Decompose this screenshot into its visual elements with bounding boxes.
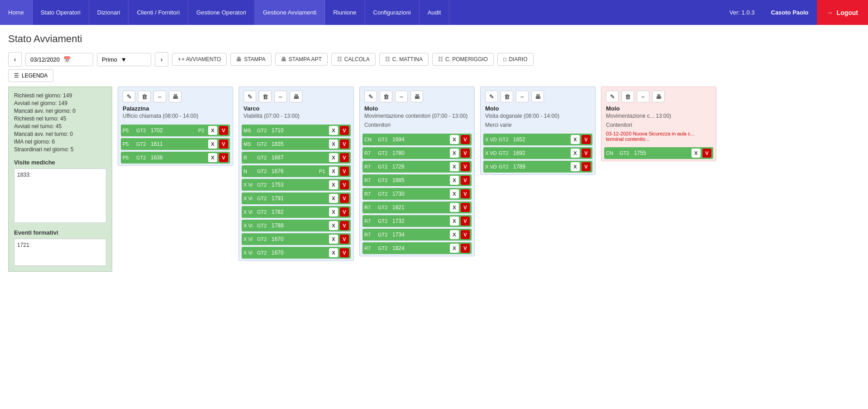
delete-button[interactable]: 🗑 (259, 91, 272, 102)
edit-button[interactable]: ✎ (485, 91, 498, 102)
edit-button[interactable]: ✎ (364, 91, 377, 102)
x-button[interactable]: X (329, 248, 338, 257)
delete-button[interactable]: 🗑 (501, 91, 513, 102)
c-pomeriggio-button[interactable]: ☷ C. POMERIGGIO (432, 53, 494, 66)
v-button[interactable]: V (461, 230, 470, 239)
print-button[interactable]: 🖶 (169, 91, 181, 102)
v-button[interactable]: V (461, 217, 470, 226)
x-button[interactable]: X (571, 149, 580, 158)
x-button[interactable]: X (450, 217, 459, 226)
v-button[interactable]: V (340, 235, 349, 244)
x-button[interactable]: X (329, 221, 338, 230)
shift-select[interactable]: Primo ▼ (97, 53, 151, 66)
nav-item-dizionari[interactable]: Dizionari (89, 0, 129, 25)
nav-item-clienti-fornitori[interactable]: Clienti / Fornitori (129, 0, 188, 25)
x-button[interactable]: X (450, 244, 459, 253)
nav-item-gestione-operatori[interactable]: Gestione Operatori (188, 0, 255, 25)
v-button[interactable]: V (340, 140, 349, 149)
v-button[interactable]: V (219, 153, 228, 162)
v-button[interactable]: V (461, 162, 470, 171)
print-button[interactable]: 🖶 (410, 91, 423, 102)
edit-button[interactable]: ✎ (606, 91, 619, 102)
card-subtitle: Visita doganale (08:00 - 14:00) (481, 113, 595, 122)
stampa-apt-button[interactable]: 🖶 STAMPA APT (275, 53, 328, 66)
x-button[interactable]: X (450, 149, 459, 158)
x-button[interactable]: X (329, 235, 338, 244)
copy-button[interactable]: ⎓ (516, 91, 529, 102)
delete-button[interactable]: 🗑 (138, 91, 151, 102)
x-button[interactable]: X (329, 153, 338, 162)
diario-button[interactable]: □ DIARIO (497, 53, 534, 66)
v-button[interactable]: V (461, 149, 470, 158)
print-button[interactable]: 🖶 (652, 91, 665, 102)
x-button[interactable]: X (208, 153, 217, 162)
v-button[interactable]: V (340, 180, 349, 189)
x-button[interactable]: X (450, 203, 459, 212)
v-button[interactable]: V (340, 207, 349, 217)
x-button[interactable]: X (450, 162, 459, 171)
nav-item-riunione[interactable]: Riunione (325, 0, 365, 25)
logout-button[interactable]: → Logout (817, 0, 868, 25)
v-button[interactable]: V (219, 126, 228, 135)
c-mattina-button[interactable]: ☷ C. MATTINA (379, 53, 429, 66)
legenda-button[interactable]: ☰ LEGENDA (8, 69, 53, 82)
x-button[interactable]: X (329, 140, 338, 149)
avviamento-button[interactable]: + + AVVIAMENTO (172, 53, 227, 66)
delete-button[interactable]: 🗑 (621, 91, 634, 102)
x-button[interactable]: X (450, 230, 459, 239)
v-button[interactable]: V (340, 194, 349, 203)
nav-item-home[interactable]: Home (0, 0, 33, 25)
v-button[interactable]: V (461, 189, 470, 198)
copy-button[interactable]: ⎓ (395, 91, 408, 102)
v-button[interactable]: V (340, 126, 349, 135)
edit-button[interactable]: ✎ (123, 91, 135, 102)
row-num: 1824 (392, 245, 448, 251)
nav-item-configurazioni[interactable]: Configurazioni (365, 0, 420, 25)
x-button[interactable]: X (208, 126, 217, 135)
calcola-button[interactable]: ☷ CALCOLA (331, 53, 376, 66)
v-button[interactable]: V (340, 167, 349, 176)
x-button[interactable]: X (692, 149, 701, 158)
delete-button[interactable]: 🗑 (380, 91, 392, 102)
print-button[interactable]: 🖶 (531, 91, 544, 102)
row-label: X VD (485, 137, 497, 142)
v-button[interactable]: V (582, 135, 591, 144)
v-button[interactable]: V (461, 135, 470, 144)
v-button[interactable]: V (340, 221, 349, 230)
table-icon: ☷ (385, 56, 390, 63)
prev-date-button[interactable]: ‹ (8, 52, 22, 67)
nav-item-gestione-avviamenti[interactable]: Gestione Avviamenti (255, 0, 325, 25)
v-button[interactable]: V (340, 248, 349, 257)
v-button[interactable]: V (219, 140, 228, 149)
print-button[interactable]: 🖶 (290, 91, 302, 102)
x-button[interactable]: X (329, 180, 338, 189)
x-button[interactable]: X (571, 135, 580, 144)
stampa-button[interactable]: 🖶 STAMPA (230, 53, 272, 66)
legenda-label: LEGENDA (22, 72, 48, 79)
v-button[interactable]: V (461, 203, 470, 212)
next-shift-button[interactable]: › (155, 52, 168, 67)
x-button[interactable]: X (450, 135, 459, 144)
v-button[interactable]: V (461, 176, 470, 185)
x-button[interactable]: X (571, 162, 580, 171)
x-button[interactable]: X (450, 176, 459, 185)
v-button[interactable]: V (461, 244, 470, 253)
x-button[interactable]: X (329, 194, 338, 203)
copy-button[interactable]: ⎓ (274, 91, 287, 102)
v-button[interactable]: V (582, 149, 591, 158)
copy-button[interactable]: ⎓ (153, 91, 166, 102)
copy-button[interactable]: ⎓ (637, 91, 649, 102)
v-button[interactable]: V (702, 149, 711, 158)
date-input[interactable]: 03/12/2020 📅 (25, 53, 93, 66)
v-button[interactable]: V (340, 153, 349, 162)
x-button[interactable]: X (450, 189, 459, 198)
nav-item-audit[interactable]: Audit (420, 0, 450, 25)
nav-item-stato-operatori[interactable]: Stato Operatori (33, 0, 89, 25)
v-button[interactable]: V (582, 162, 591, 171)
row-label: X Vi (243, 182, 255, 188)
x-button[interactable]: X (329, 126, 338, 135)
x-button[interactable]: X (329, 167, 338, 176)
x-button[interactable]: X (208, 140, 217, 149)
edit-button[interactable]: ✎ (243, 91, 256, 102)
x-button[interactable]: X (329, 207, 338, 217)
